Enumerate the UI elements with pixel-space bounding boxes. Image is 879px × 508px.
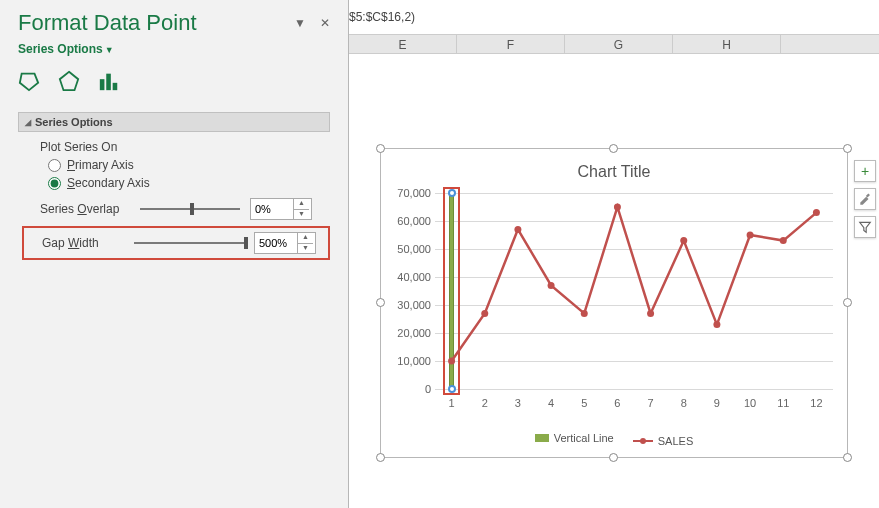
- formula-bar-fragment: $5:$C$16,2): [349, 10, 415, 24]
- series-overlap-label: Series: [40, 202, 77, 216]
- sales-line-series[interactable]: [435, 193, 833, 389]
- y-axis-tick: 20,000: [385, 327, 431, 339]
- secondary-axis-input[interactable]: [48, 177, 61, 190]
- resize-handle-br[interactable]: [843, 453, 852, 462]
- svg-rect-1: [100, 79, 105, 90]
- x-axis-tick: 8: [681, 397, 687, 409]
- svg-point-8: [581, 310, 588, 317]
- effects-icon[interactable]: [58, 70, 80, 96]
- gap-width-row-highlighted: Gap Width ▲▼: [22, 226, 330, 260]
- y-axis-tick: 30,000: [385, 299, 431, 311]
- svg-point-5: [481, 310, 488, 317]
- x-axis-tick: 3: [515, 397, 521, 409]
- overlap-down-icon[interactable]: ▼: [294, 210, 309, 220]
- gap-width-label: Gap: [42, 236, 68, 250]
- secondary-axis-label: econdary Axis: [75, 176, 150, 190]
- x-axis-tick: 5: [581, 397, 587, 409]
- x-axis-tick: 2: [482, 397, 488, 409]
- svg-point-10: [647, 310, 654, 317]
- secondary-axis-radio[interactable]: Secondary Axis: [48, 176, 330, 190]
- chart-object[interactable]: Chart Title 010,00020,00030,00040,00050,…: [380, 148, 848, 458]
- x-axis-tick: 12: [810, 397, 822, 409]
- svg-point-12: [713, 321, 720, 328]
- resize-handle-bl[interactable]: [376, 453, 385, 462]
- legend-sales[interactable]: SALES: [633, 435, 693, 447]
- section-header-label: Series Options: [35, 116, 113, 128]
- y-axis-tick: 10,000: [385, 355, 431, 367]
- series-overlap-spinbox[interactable]: ▲▼: [250, 198, 312, 220]
- pane-close-icon[interactable]: ✕: [320, 16, 330, 30]
- y-axis-tick: 60,000: [385, 215, 431, 227]
- gridline: [435, 389, 833, 390]
- x-axis-tick: 1: [449, 397, 455, 409]
- resize-handle-b[interactable]: [609, 453, 618, 462]
- y-axis-tick: 0: [385, 383, 431, 395]
- svg-point-4: [448, 358, 455, 365]
- chart-filters-button[interactable]: [854, 216, 876, 238]
- legend-vertical-line-label: Vertical Line: [554, 432, 614, 444]
- overlap-up-icon[interactable]: ▲: [294, 199, 309, 210]
- pane-dropdown-icon[interactable]: ▼: [294, 16, 306, 30]
- legend-sales-label: SALES: [658, 435, 693, 447]
- svg-point-6: [514, 226, 521, 233]
- gap-width-slider[interactable]: [134, 237, 244, 249]
- legend-line-swatch-icon: [633, 440, 653, 442]
- primary-axis-radio[interactable]: Primary Axis: [48, 158, 330, 172]
- col-header-f[interactable]: F: [457, 35, 565, 53]
- series-overlap-row: Series Overlap ▲▼: [40, 198, 330, 220]
- col-header-h[interactable]: H: [673, 35, 781, 53]
- x-axis-tick: 6: [614, 397, 620, 409]
- svg-rect-3: [113, 83, 118, 90]
- series-options-icon[interactable]: [98, 70, 120, 96]
- series-overlap-slider[interactable]: [140, 203, 240, 215]
- column-headers: E F G H: [349, 34, 879, 54]
- gap-width-input[interactable]: [255, 237, 297, 249]
- series-options-dropdown[interactable]: Series Options▼: [18, 42, 330, 56]
- x-axis-tick: 10: [744, 397, 756, 409]
- svg-point-13: [747, 232, 754, 239]
- chart-side-buttons: +: [854, 160, 876, 238]
- primary-axis-input[interactable]: [48, 159, 61, 172]
- chart-title[interactable]: Chart Title: [381, 163, 847, 181]
- format-data-point-pane: Format Data Point ▼ ✕ Series Options▼ ◢ …: [0, 0, 349, 508]
- plot-series-on-label: Plot Series On: [40, 140, 330, 154]
- col-header-g[interactable]: G: [565, 35, 673, 53]
- col-header-e[interactable]: E: [349, 35, 457, 53]
- series-options-label: Series Options: [18, 42, 103, 56]
- svg-rect-2: [106, 74, 111, 91]
- resize-handle-tl[interactable]: [376, 144, 385, 153]
- gap-width-spinbox[interactable]: ▲▼: [254, 232, 316, 254]
- chart-legend[interactable]: Vertical Line SALES: [381, 432, 847, 447]
- collapse-triangle-icon: ◢: [25, 118, 31, 127]
- legend-bar-swatch-icon: [535, 434, 549, 442]
- resize-handle-r[interactable]: [843, 298, 852, 307]
- pane-title: Format Data Point: [18, 10, 197, 36]
- chart-elements-button[interactable]: +: [854, 160, 876, 182]
- svg-marker-0: [60, 72, 78, 90]
- gap-down-icon[interactable]: ▼: [298, 244, 313, 254]
- chart-styles-button[interactable]: [854, 188, 876, 210]
- svg-point-14: [780, 237, 787, 244]
- x-axis-tick: 7: [648, 397, 654, 409]
- x-axis-tick: 9: [714, 397, 720, 409]
- series-overlap-input[interactable]: [251, 203, 293, 215]
- gap-up-icon[interactable]: ▲: [298, 233, 313, 244]
- svg-point-11: [680, 237, 687, 244]
- y-axis-tick: 50,000: [385, 243, 431, 255]
- x-axis-tick: 4: [548, 397, 554, 409]
- primary-axis-label: rimary Axis: [75, 158, 134, 172]
- chevron-down-icon: ▼: [105, 45, 114, 55]
- resize-handle-tr[interactable]: [843, 144, 852, 153]
- svg-point-7: [548, 282, 555, 289]
- x-axis-tick: 11: [777, 397, 789, 409]
- fill-outline-icon[interactable]: [18, 70, 40, 96]
- svg-rect-16: [866, 193, 870, 197]
- plot-area[interactable]: 010,00020,00030,00040,00050,00060,00070,…: [435, 193, 833, 389]
- legend-vertical-line[interactable]: Vertical Line: [535, 432, 614, 444]
- resize-handle-t[interactable]: [609, 144, 618, 153]
- y-axis-tick: 40,000: [385, 271, 431, 283]
- resize-handle-l[interactable]: [376, 298, 385, 307]
- series-options-section-header[interactable]: ◢ Series Options: [18, 112, 330, 132]
- svg-point-9: [614, 204, 621, 211]
- y-axis-tick: 70,000: [385, 187, 431, 199]
